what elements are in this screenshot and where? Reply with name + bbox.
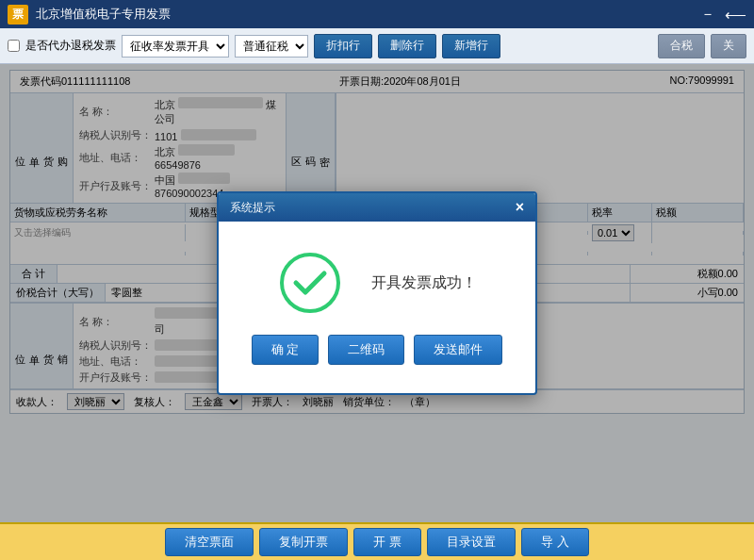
success-icon bbox=[277, 250, 343, 316]
modal-qrcode-button[interactable]: 二维码 bbox=[328, 335, 404, 365]
delete-row-button[interactable]: 删除行 bbox=[378, 34, 436, 58]
add-row-button[interactable]: 新增行 bbox=[442, 34, 500, 58]
title-bar: 票 北京增值税电子专用发票 － ⟵ bbox=[0, 0, 754, 28]
modal-icon-row: 开具发票成功！ bbox=[277, 250, 477, 316]
modal-message: 开具发票成功！ bbox=[371, 273, 477, 293]
modal-overlay: 系统提示 × 开具发票成功！ 确 定 二维码 发送邮件 bbox=[0, 64, 754, 522]
app-title: 北京增值税电子专用发票 bbox=[36, 6, 171, 23]
close-button[interactable]: ⟵ bbox=[725, 6, 746, 24]
close-toolbar-button[interactable]: 关 bbox=[711, 34, 746, 58]
tax-type-select[interactable]: 普通征税 bbox=[235, 35, 308, 58]
tax-refund-checkbox[interactable] bbox=[8, 40, 20, 52]
modal-dialog: 系统提示 × 开具发票成功！ 确 定 二维码 发送邮件 bbox=[217, 191, 537, 395]
modal-title-bar: 系统提示 × bbox=[219, 193, 535, 222]
modal-title: 系统提示 bbox=[230, 200, 275, 216]
open-invoice-button[interactable]: 开 票 bbox=[353, 528, 421, 556]
import-button[interactable]: 导 入 bbox=[521, 528, 589, 556]
invoice-type-select[interactable]: 征收率发票开具 bbox=[122, 35, 229, 58]
clear-button[interactable]: 清空票面 bbox=[165, 528, 254, 556]
copy-invoice-button[interactable]: 复制开票 bbox=[259, 528, 348, 556]
app-icon: 票 bbox=[8, 5, 28, 25]
tax-merge-button[interactable]: 合税 bbox=[658, 34, 705, 58]
svg-point-0 bbox=[282, 255, 338, 311]
catalog-settings-button[interactable]: 目录设置 bbox=[427, 528, 516, 556]
bottom-bar: 清空票面 复制开票 开 票 目录设置 导 入 bbox=[0, 522, 754, 560]
modal-close-button[interactable]: × bbox=[516, 199, 524, 216]
tax-refund-checkbox-label: 是否代办退税发票 bbox=[8, 38, 116, 54]
modal-body: 开具发票成功！ 确 定 二维码 发送邮件 bbox=[219, 222, 535, 393]
modal-buttons: 确 定 二维码 发送邮件 bbox=[252, 335, 503, 374]
toolbar: 是否代办退税发票 征收率发票开具 普通征税 折扣行 删除行 新增行 合税 关 bbox=[0, 28, 754, 64]
minimize-button[interactable]: － bbox=[700, 5, 715, 25]
main-content: 发票代码011111111108 开票日期:2020年08月01日 NO:790… bbox=[0, 64, 754, 522]
modal-email-button[interactable]: 发送邮件 bbox=[414, 335, 502, 365]
discount-row-button[interactable]: 折扣行 bbox=[314, 34, 372, 58]
modal-confirm-button[interactable]: 确 定 bbox=[252, 335, 320, 365]
